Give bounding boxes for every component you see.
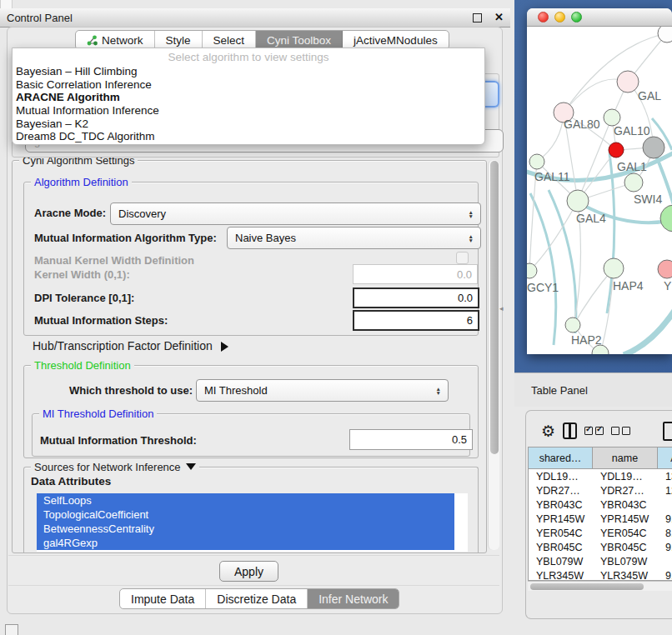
- dpi-tolerance-label: DPI Tolerance [0,1]:: [34, 292, 134, 304]
- table-header-row: shared…nameA: [529, 448, 672, 469]
- table-panel-title: Table Panel: [514, 384, 588, 397]
- aracne-mode-label: Aracne Mode:: [34, 207, 106, 219]
- network-node[interactable]: [624, 173, 643, 192]
- deselect-checkboxes-icon[interactable]: [611, 427, 630, 435]
- algorithm-option[interactable]: Dream8 DC_TDC Algorithm: [13, 130, 484, 143]
- table-column-header[interactable]: shared…: [529, 448, 593, 468]
- minimized-panel-icon[interactable]: [5, 624, 18, 635]
- mi-threshold-label: Mutual Information Threshold:: [40, 434, 197, 447]
- tab-cyni-toolbox[interactable]: Cyni Toolbox: [256, 31, 343, 49]
- tab-jactivemnodules[interactable]: jActiveMNodules: [343, 31, 449, 49]
- dpi-tolerance-field[interactable]: 0.0: [353, 288, 479, 308]
- mode-tab-discretize-data[interactable]: Discretize Data: [206, 589, 308, 608]
- table-column-header[interactable]: name: [593, 448, 658, 468]
- table-cell: YBR045C: [593, 540, 658, 554]
- network-node[interactable]: [529, 154, 544, 169]
- algorithm-definition-title: Algorithm Definition: [31, 176, 132, 188]
- mode-tab-infer-network[interactable]: Infer Network: [308, 589, 399, 608]
- network-canvas[interactable]: GALGAL80GAL10GAL1GAL11SWI4GAL4GCY1HAP4YH…: [527, 27, 672, 354]
- network-node-label: GCY1: [527, 281, 559, 294]
- table-horizontal-scrollbar[interactable]: [528, 581, 672, 591]
- attribute-list-item[interactable]: SelfLoops: [37, 493, 454, 508]
- manual-kernel-width-label: Manual Kernel Width Definition: [34, 254, 194, 267]
- table-cell: YDR27…: [529, 483, 593, 498]
- table-row[interactable]: YER054CYER054C8.: [529, 526, 672, 540]
- table-row[interactable]: YLR345WYLR345W9.: [529, 568, 672, 581]
- minimize-light-icon[interactable]: [554, 12, 565, 22]
- table-cell: 13: [658, 469, 672, 483]
- mi-threshold-field[interactable]: 0.5: [349, 429, 473, 450]
- network-node-label: HAP2: [571, 333, 602, 347]
- zoom-light-icon[interactable]: [571, 12, 582, 22]
- settings-scrollbar[interactable]: [488, 160, 499, 550]
- network-node[interactable]: [617, 71, 639, 92]
- table-cell: [658, 554, 672, 568]
- network-icon: [87, 35, 98, 46]
- attribute-list-item[interactable]: BetweennessCentrality: [37, 522, 454, 536]
- network-node[interactable]: [527, 263, 537, 278]
- combo-stepper-icon: ▲▼: [469, 210, 480, 218]
- algorithm-option[interactable]: ARACNE Algorithm: [13, 91, 484, 104]
- settings-gear-icon[interactable]: ⚙: [541, 423, 555, 439]
- network-node[interactable]: [658, 27, 672, 42]
- network-node-label: Y: [664, 279, 672, 292]
- table-panel: ⚙ shared…nameA YDL19…YDL19…13YDR27…YDR27…: [525, 410, 672, 619]
- manual-kernel-width-checkbox[interactable]: [456, 252, 469, 264]
- table-cell: [658, 498, 672, 512]
- network-node-label: HAP4: [613, 279, 644, 292]
- network-node[interactable]: [567, 190, 589, 212]
- mode-tab-label: Discretize Data: [217, 592, 296, 606]
- algorithm-option[interactable]: Basic Correlation Inference: [13, 78, 484, 92]
- mode-tab-label: Infer Network: [318, 592, 388, 606]
- network-view-window[interactable]: GALGAL80GAL10GAL1GAL11SWI4GAL4GCY1HAP4YH…: [527, 8, 672, 354]
- tab-style[interactable]: Style: [155, 31, 203, 49]
- attribute-list-item[interactable]: TopologicalCoefficient: [37, 508, 454, 522]
- network-node[interactable]: [604, 258, 624, 278]
- network-node[interactable]: [660, 205, 672, 232]
- attribute-list-item[interactable]: gal4RGexp: [37, 536, 454, 550]
- network-node-label: GAL1: [617, 160, 647, 173]
- table-cell: 9.: [658, 540, 672, 554]
- float-icon[interactable]: [473, 13, 482, 22]
- table-row[interactable]: YDL19…YDL19…13: [529, 469, 672, 483]
- mi-steps-field[interactable]: 6: [353, 310, 479, 331]
- close-icon[interactable]: ✕: [494, 11, 504, 23]
- mode-tab-impute-data[interactable]: Impute Data: [120, 589, 206, 608]
- network-node-label: GAL10: [614, 124, 650, 138]
- control-panel-title: Control Panel: [0, 12, 73, 24]
- column-view-icon[interactable]: [563, 422, 577, 439]
- splitter-handle[interactable]: ◂: [499, 306, 504, 312]
- table-column-header[interactable]: A: [658, 448, 672, 468]
- algorithm-option[interactable]: Bayesian – Hill Climbing: [13, 65, 484, 78]
- select-all-checkboxes-icon[interactable]: [584, 427, 604, 435]
- mi-steps-value: 6: [467, 314, 473, 327]
- network-node[interactable]: [643, 137, 664, 158]
- network-node[interactable]: [609, 142, 624, 158]
- table-cell: YBL079W: [593, 554, 658, 568]
- tab-select[interactable]: Select: [203, 31, 257, 49]
- hub-definition-expander[interactable]: Hub/Transcription Factor Definition: [33, 339, 228, 352]
- table-row[interactable]: YDR27…YDR27…12: [529, 483, 672, 498]
- network-node[interactable]: [658, 260, 672, 278]
- tab-network[interactable]: Network: [76, 31, 155, 49]
- network-node[interactable]: [604, 109, 620, 126]
- mi-algorithm-type-combobox[interactable]: Naive Bayes ▲▼: [227, 227, 481, 249]
- table-row[interactable]: YBR045CYBR045C9.: [529, 540, 672, 554]
- data-attributes-label: Data Attributes: [31, 475, 111, 488]
- close-light-icon[interactable]: [538, 12, 549, 22]
- data-attributes-list[interactable]: SelfLoopsTopologicalCoefficientBetweenne…: [37, 493, 468, 552]
- network-node[interactable]: [565, 318, 580, 332]
- table-row[interactable]: YBL079WYBL079W: [529, 554, 672, 568]
- table-row[interactable]: YBR043CYBR043C: [529, 498, 672, 512]
- algorithm-option[interactable]: Mutual Information Inference: [13, 104, 484, 118]
- kernel-width-field[interactable]: 0.0: [353, 264, 478, 284]
- algorithm-option[interactable]: Bayesian – K2: [13, 118, 484, 131]
- threshold-definition-title: Threshold Definition: [31, 359, 134, 372]
- apply-button[interactable]: Apply: [219, 561, 278, 582]
- table-row[interactable]: YPR145WYPR145W9.: [529, 512, 672, 526]
- document-icon[interactable]: [663, 422, 672, 441]
- table-cell: YPR145W: [593, 512, 658, 526]
- table-cell: YPR145W: [529, 512, 593, 526]
- aracne-mode-combobox[interactable]: Discovery ▲▼: [110, 202, 481, 225]
- which-threshold-combobox[interactable]: MI Threshold ▲▼: [196, 379, 449, 402]
